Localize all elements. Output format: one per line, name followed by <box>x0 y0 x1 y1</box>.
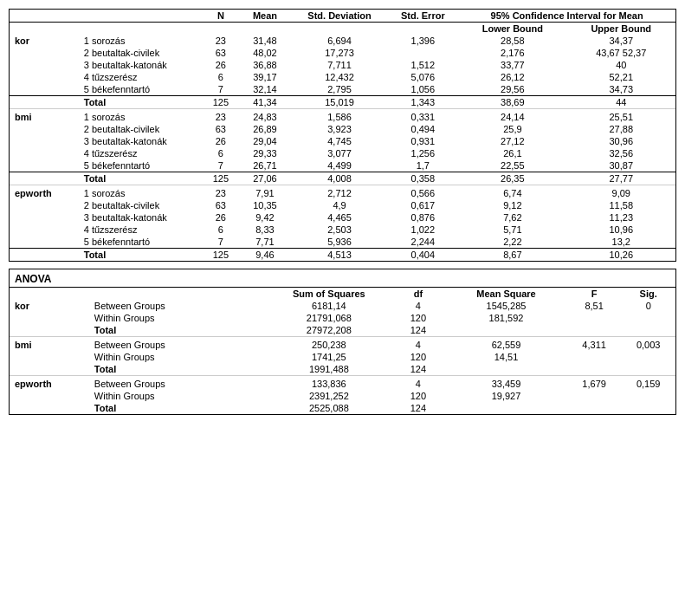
anova-group-label: kor <box>10 300 91 312</box>
anova-f <box>567 402 622 414</box>
col-se-value: 0,566 <box>387 187 458 199</box>
col-sd-value: 12,432 <box>292 71 388 83</box>
anova-f: 8,51 <box>567 300 622 312</box>
row-name: 3 beutaltak-katonák <box>81 135 204 147</box>
anova-section: ANOVA Sum of Squares df Mean Square F Si… <box>9 269 676 415</box>
anova-ms: 181,592 <box>445 312 567 324</box>
group-label <box>10 211 81 224</box>
anova-ss: 6181,14 <box>267 300 391 312</box>
col-sd-value: 17,273 <box>292 47 388 59</box>
anova-row: epworthBetween Groups133,836433,4591,679… <box>10 378 675 390</box>
row-name: 3 beutaltak-katonák <box>81 59 204 71</box>
group-label <box>10 199 81 211</box>
empty-sub2 <box>81 23 204 36</box>
col-ub-value: 34,37 <box>567 35 675 47</box>
anova-row: Within Groups1741,2512014,51 <box>10 351 675 363</box>
col-n-value: 23 <box>203 111 238 123</box>
table-row: 5 békefenntartó732,142,7951,05629,5634,7… <box>10 83 675 96</box>
table-row: epworth1 sorozás237,912,7120,5666,749,09 <box>10 187 675 199</box>
col-lb-value: 26,1 <box>458 147 566 159</box>
col-ub-value: 25,51 <box>567 111 675 123</box>
col-lb-value: 6,74 <box>458 187 566 199</box>
group-label: kor <box>10 35 81 47</box>
anova-ss: 2525,088 <box>267 402 391 414</box>
col-n-value: 63 <box>203 47 238 59</box>
group-label <box>10 71 81 83</box>
col-lb-value: 29,56 <box>458 83 566 96</box>
col-ub-value: 10,96 <box>567 224 675 236</box>
col-mean-value: 48,02 <box>238 47 291 59</box>
col-mean-value: 9,42 <box>238 211 291 224</box>
group-label <box>10 249 81 262</box>
descriptives-subheader: Lower Bound Upper Bound <box>10 23 675 36</box>
col-n-value: 6 <box>203 71 238 83</box>
group-label <box>10 59 81 71</box>
anova-row-name: Within Groups <box>91 390 267 402</box>
anova-df: 124 <box>391 402 446 414</box>
table-row: Total1259,464,5130,4048,6710,26 <box>10 249 675 262</box>
col-se-value: 0,358 <box>387 172 458 185</box>
col-mean-value: 39,17 <box>238 71 291 83</box>
col-mean-value: 8,33 <box>238 224 291 236</box>
col-ub-value: 52,21 <box>567 71 675 83</box>
anova-f <box>567 351 622 363</box>
col-sd-value: 4,513 <box>292 249 388 262</box>
anova-row: bmiBetween Groups250,238462,5594,3110,00… <box>10 339 675 351</box>
anova-header: Sum of Squares df Mean Square F Sig. <box>10 288 675 300</box>
anova-row: korBetween Groups6181,1441545,2858,510 <box>10 300 675 312</box>
anova-sig <box>621 351 675 363</box>
group-label <box>10 47 81 59</box>
row-name: 1 sorozás <box>81 187 204 199</box>
group-label <box>10 159 81 172</box>
table-row: 2 beutaltak-civilek6310,354,90,6179,1211… <box>10 199 675 211</box>
col-mean-value: 26,71 <box>238 159 291 172</box>
col-lb-value: 26,12 <box>458 71 566 83</box>
col-ub-value: 11,23 <box>567 211 675 224</box>
col-se-value: 0,931 <box>387 135 458 147</box>
col-lb-value: 24,14 <box>458 111 566 123</box>
anova-ms: 19,927 <box>445 390 567 402</box>
anova-df: 120 <box>391 351 446 363</box>
row-name: 5 békefenntartó <box>81 236 204 249</box>
col-lb-value: 2,22 <box>458 236 566 249</box>
col-lb-value: 22,55 <box>458 159 566 172</box>
anova-group-label <box>10 312 91 324</box>
col-se-value: 1,256 <box>387 147 458 159</box>
col-sd-value: 6,694 <box>292 35 388 47</box>
anova-row-name: Between Groups <box>91 300 267 312</box>
col-n-value: 26 <box>203 59 238 71</box>
anova-f <box>567 312 622 324</box>
row-name: 2 beutaltak-civilek <box>81 199 204 211</box>
descriptives-table: N Mean Std. Deviation Std. Error 95% Con… <box>10 10 675 261</box>
col-ci: 95% Confidence Interval for Mean <box>458 10 675 23</box>
col-sd-value: 3,923 <box>292 123 388 135</box>
col-n-value: 6 <box>203 147 238 159</box>
empty-sub1 <box>10 23 81 36</box>
anova-sig <box>621 390 675 402</box>
col-ub-value: 9,09 <box>567 187 675 199</box>
anova-col-sig: Sig. <box>621 288 675 300</box>
anova-df: 4 <box>391 339 446 351</box>
group-label: epworth <box>10 187 81 199</box>
col-ub: Upper Bound <box>567 23 675 36</box>
anova-row: Total2525,088124 <box>10 402 675 414</box>
anova-ms: 1545,285 <box>445 300 567 312</box>
empty-sub3 <box>203 23 238 36</box>
col-n-value: 125 <box>203 96 238 109</box>
row-name: Total <box>81 172 204 185</box>
anova-ss: 1991,488 <box>267 363 391 376</box>
descriptives-header: N Mean Std. Deviation Std. Error 95% Con… <box>10 10 675 23</box>
anova-row: Within Groups21791,068120181,592 <box>10 312 675 324</box>
anova-table: Sum of Squares df Mean Square F Sig. kor… <box>10 288 675 414</box>
anova-ms: 14,51 <box>445 351 567 363</box>
empty-sub5 <box>292 23 388 36</box>
table-row: bmi1 sorozás2324,831,5860,33124,1425,51 <box>10 111 675 123</box>
col-ub-value: 44 <box>567 96 675 109</box>
anova-f <box>567 390 622 402</box>
anova-row-name: Total <box>91 363 267 376</box>
table-row: kor1 sorozás2331,486,6941,39628,5834,37 <box>10 35 675 47</box>
anova-group-label <box>10 390 91 402</box>
col-se-value: 1,7 <box>387 159 458 172</box>
anova-df: 124 <box>391 324 446 337</box>
col-sd-value: 15,019 <box>292 96 388 109</box>
